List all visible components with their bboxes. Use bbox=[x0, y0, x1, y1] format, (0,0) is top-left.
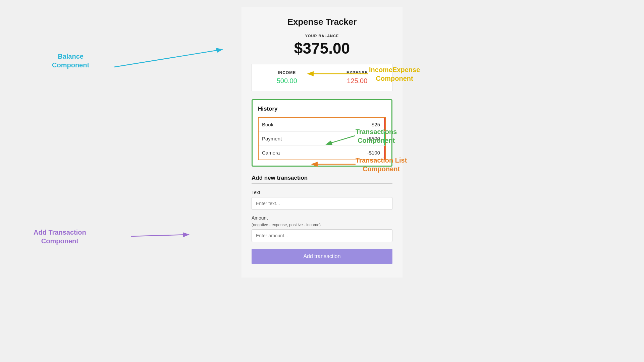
text-label: Text bbox=[252, 190, 392, 195]
transaction-name: Camera bbox=[262, 150, 280, 156]
add-transaction-component: Add new transaction Text Amount (negativ… bbox=[252, 173, 392, 264]
text-input[interactable] bbox=[252, 197, 392, 210]
balance-amount: $375.00 bbox=[252, 39, 392, 57]
amount-label: Amount bbox=[252, 215, 392, 221]
income-label: INCOME bbox=[255, 70, 319, 75]
transaction-name: Book bbox=[262, 122, 273, 127]
add-transaction-button[interactable]: Add transaction bbox=[252, 249, 392, 264]
annotation-income-expense: IncomeExpenseComponent bbox=[369, 65, 420, 83]
svg-line-4 bbox=[131, 235, 188, 236]
transaction-amount: -$100 bbox=[367, 150, 380, 156]
app-title: Expense Tracker bbox=[252, 17, 392, 27]
amount-input[interactable] bbox=[252, 229, 392, 242]
transaction-name: Payment bbox=[262, 136, 282, 141]
divider bbox=[252, 183, 392, 184]
annotation-transaction-list: Transaction ListComponent bbox=[356, 156, 407, 173]
transaction-amount: -$25 bbox=[370, 122, 380, 127]
balance-component: YOUR BALANCE $375.00 bbox=[252, 34, 392, 57]
add-transaction-title: Add new transaction bbox=[252, 175, 392, 181]
income-box: INCOME 500.00 bbox=[252, 64, 322, 91]
annotation-add-transaction: Add TransactionComponent bbox=[34, 228, 86, 245]
annotation-transactions: TransactionsComponent bbox=[356, 127, 397, 145]
income-value: 500.00 bbox=[255, 77, 319, 85]
history-title: History bbox=[258, 106, 386, 112]
annotation-balance: BalanceComponent bbox=[52, 52, 89, 69]
svg-line-0 bbox=[114, 50, 221, 67]
amount-sublabel: (negative - expense, positive - income) bbox=[252, 223, 392, 227]
balance-label: YOUR BALANCE bbox=[252, 34, 392, 38]
